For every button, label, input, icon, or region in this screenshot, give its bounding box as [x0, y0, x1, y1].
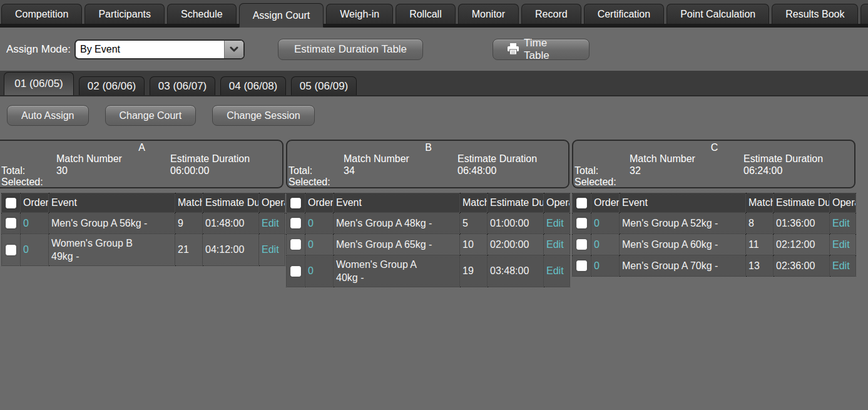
estimate-value: 02:36:00	[774, 255, 830, 277]
printer-icon	[507, 43, 519, 55]
session-tab-04[interactable]: 04 (06/08)	[220, 76, 286, 95]
order-value: 0	[305, 213, 334, 234]
match-column-header: Match Number	[175, 193, 203, 213]
row-checkbox[interactable]	[290, 218, 301, 228]
tab-rollcall[interactable]: Rollcall	[396, 4, 456, 24]
table-header-row: Order Event Match Number Estimate Durati…	[287, 193, 570, 213]
row-checkbox[interactable]	[6, 218, 16, 228]
select-all-checkbox[interactable]	[576, 198, 587, 208]
edit-link[interactable]: Edit	[832, 260, 850, 271]
match-value: 13	[746, 255, 774, 277]
table-row: 0 Men's Group A 70kg - 13 02:36:00 Edit	[573, 255, 856, 277]
event-value: Men's Group A 52kg -	[620, 213, 746, 234]
session-tab-bar: 01 (06/05) 02 (06/06) 03 (06/07) 04 (06/…	[0, 71, 868, 96]
session-tab-02[interactable]: 02 (06/06)	[79, 76, 145, 95]
court-a-match-table: Order Event Match Number Estimate Durati…	[1, 193, 285, 266]
match-value: 21	[175, 234, 203, 266]
total-estimate-duration: 06:48:00	[457, 165, 568, 177]
tab-point-calculation[interactable]: Point Calculation	[666, 4, 769, 24]
tab-assign-court[interactable]: Assign Court	[239, 3, 324, 28]
table-row: 0 Men's Group A 56kg - 9 01:48:00 Edit	[2, 213, 285, 234]
match-value: 11	[746, 234, 774, 255]
match-value: 8	[746, 213, 774, 234]
match-number-label: Match Number	[344, 153, 457, 165]
row-checkbox[interactable]	[290, 239, 301, 250]
selected-label: Selected:	[1, 177, 56, 188]
session-tab-03[interactable]: 03 (06/07)	[150, 76, 215, 95]
match-number-label: Match Number	[56, 153, 170, 165]
edit-link[interactable]: Edit	[546, 265, 564, 276]
order-value: 0	[21, 213, 49, 234]
select-all-checkbox[interactable]	[290, 198, 301, 208]
time-table-button[interactable]: Time Table	[493, 39, 590, 60]
session-tab-05[interactable]: 05 (06/09)	[291, 76, 357, 95]
operation-column-header: Operation	[259, 193, 285, 213]
tab-competition[interactable]: Competition	[1, 4, 82, 24]
tab-schedule[interactable]: Schedule	[167, 4, 237, 24]
row-checkbox[interactable]	[576, 218, 587, 228]
table-header-row: Order Event Match Number Estimate Durati…	[2, 193, 285, 213]
selected-label: Selected:	[288, 177, 344, 188]
tab-record[interactable]: Record	[521, 4, 581, 24]
row-checkbox[interactable]	[6, 245, 16, 255]
order-value: 0	[21, 234, 49, 266]
operation-column-header: Operation	[830, 193, 856, 213]
auto-assign-button[interactable]: Auto Assign	[7, 105, 89, 126]
court-panel-a: A Match Number Estimate Duration Total: …	[0, 140, 283, 266]
match-value: 5	[460, 213, 488, 234]
match-value: 10	[460, 234, 488, 255]
assign-mode-select[interactable]: By Event	[74, 39, 245, 59]
operation-column-header: Operation	[544, 193, 570, 213]
total-match-number: 30	[56, 165, 170, 177]
tab-results-book[interactable]: Results Book	[772, 4, 858, 24]
tab-monitor[interactable]: Monitor	[458, 4, 519, 24]
court-b-summary: B Match Number Estimate Duration Total: …	[286, 140, 569, 188]
total-label: Total:	[288, 165, 344, 177]
court-a-summary: A Match Number Estimate Duration Total: …	[0, 140, 283, 188]
change-session-button[interactable]: Change Session	[212, 105, 314, 126]
match-column-header: Match Number	[460, 193, 488, 213]
estimate-value: 02:00:00	[488, 234, 544, 255]
estimate-value: 01:36:00	[774, 213, 830, 234]
edit-link[interactable]: Edit	[832, 218, 850, 228]
edit-link[interactable]: Edit	[546, 218, 564, 228]
order-value: 0	[305, 234, 334, 255]
row-checkbox[interactable]	[576, 260, 587, 271]
estimate-value: 04:12:00	[203, 234, 259, 266]
table-row: 0 Men's Group A 65kg - 10 02:00:00 Edit	[287, 234, 570, 255]
estimate-value: 02:12:00	[774, 234, 830, 255]
tab-participants[interactable]: Participants	[84, 4, 165, 24]
estimate-column-header: Estimate Duration	[203, 193, 259, 213]
tab-weigh-in[interactable]: Weigh-in	[326, 4, 393, 24]
estimate-value: 01:00:00	[488, 213, 544, 234]
event-value: Men's Group A 65kg -	[334, 234, 460, 255]
estimate-duration-table-button[interactable]: Estimate Duration Table	[278, 39, 423, 60]
edit-link[interactable]: Edit	[832, 239, 850, 250]
event-column-header: Event	[49, 193, 175, 213]
edit-link[interactable]: Edit	[546, 239, 564, 250]
table-row: 0 Men's Group A 60kg - 11 02:12:00 Edit	[573, 234, 856, 255]
total-match-number: 32	[630, 165, 743, 177]
table-row: 0 Men's Group A 52kg - 8 01:36:00 Edit	[573, 213, 856, 234]
match-column-header: Match Number	[746, 193, 774, 213]
edit-link[interactable]: Edit	[262, 244, 279, 255]
row-checkbox[interactable]	[290, 266, 301, 277]
court-panels: A Match Number Estimate Duration Total: …	[0, 140, 868, 287]
tab-publication[interactable]: Publication	[860, 4, 868, 24]
court-label: B	[288, 142, 568, 153]
total-estimate-duration: 06:24:00	[743, 165, 854, 177]
match-number-label: Match Number	[630, 153, 743, 165]
change-court-button[interactable]: Change Court	[105, 105, 197, 126]
match-value: 9	[175, 213, 203, 234]
match-value: 19	[460, 255, 488, 287]
row-checkbox[interactable]	[576, 239, 587, 250]
event-value: Men's Group A 70kg -	[620, 255, 746, 277]
session-tab-01[interactable]: 01 (06/05)	[4, 72, 74, 95]
table-row: 0 Women's Group B 49kg - 21 04:12:00 Edi…	[2, 234, 285, 266]
select-all-checkbox[interactable]	[6, 198, 16, 208]
order-value: 0	[305, 255, 334, 287]
estimate-value: 03:48:00	[488, 255, 544, 287]
edit-link[interactable]: Edit	[262, 218, 279, 228]
time-table-button-label: Time Table	[524, 37, 575, 62]
tab-certification[interactable]: Certification	[584, 4, 664, 24]
